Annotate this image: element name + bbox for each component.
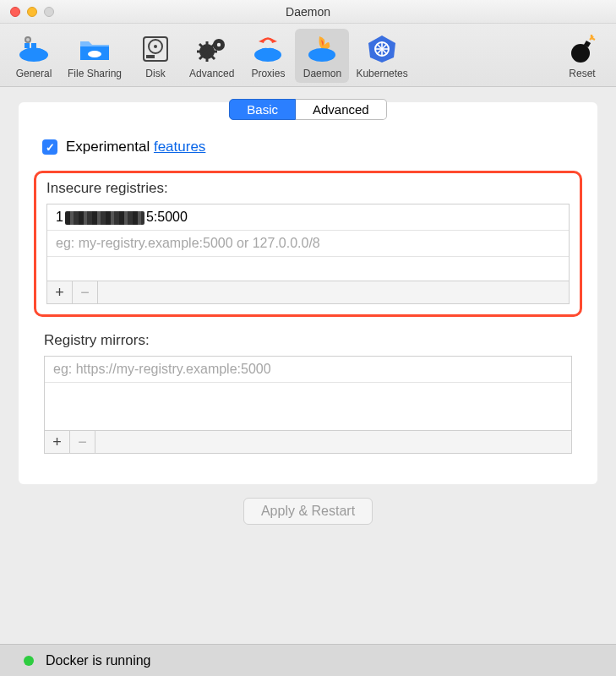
insecure-controls: + − [47, 281, 569, 303]
window-title: Daemon [0, 5, 616, 19]
bomb-icon [562, 32, 602, 66]
svg-point-8 [154, 45, 157, 48]
toolbar-item-proxies[interactable]: Proxies [241, 29, 295, 83]
features-link[interactable]: features [154, 139, 205, 155]
toolbar-label: Kubernetes [356, 68, 407, 79]
toolbar-item-general[interactable]: General [7, 29, 61, 83]
svg-rect-2 [31, 43, 36, 48]
status-bar: Docker is running [0, 644, 616, 676]
insecure-registries-section: Insecure registries: 15:5000 eg: my-regi… [34, 171, 582, 317]
registry-placeholder-row[interactable]: eg: my-registry.example:5000 or 127.0.0.… [47, 231, 569, 257]
toolbar-label: Proxies [251, 68, 285, 79]
insecure-registries-label: Insecure registries: [46, 180, 570, 197]
empty-row [45, 406, 571, 430]
remove-mirror-button[interactable]: − [70, 431, 95, 453]
disk-icon [135, 32, 176, 66]
kubernetes-icon [362, 32, 402, 66]
toolbar-label: Reset [569, 68, 595, 79]
toolbar-label: Disk [145, 68, 165, 79]
insecure-registries-list: 15:5000 eg: my-registry.example:5000 or … [46, 204, 570, 304]
registry-mirrors-label: Registry mirrors: [44, 332, 572, 349]
check-icon: ✓ [46, 141, 55, 154]
svg-point-4 [26, 38, 30, 41]
add-registry-button[interactable]: + [47, 281, 73, 303]
toolbar-label: Daemon [303, 68, 341, 79]
tab-basic[interactable]: Basic [229, 99, 296, 120]
toolbar-label: General [16, 68, 52, 79]
titlebar: Daemon [0, 0, 616, 24]
mirrors-controls: + − [45, 430, 571, 453]
toolbar-item-reset[interactable]: Reset [555, 29, 609, 83]
apply-restart-button[interactable]: Apply & Restart [243, 498, 373, 525]
gears-icon [192, 32, 232, 66]
mirror-placeholder-row[interactable]: eg: https://my-registry.example:5000 [45, 357, 571, 383]
svg-rect-9 [146, 55, 155, 58]
toolbar-label: File Sharing [68, 68, 122, 79]
folder-whale-icon [74, 32, 115, 66]
whale-arrows-icon [248, 32, 288, 66]
toolbar-item-advanced[interactable]: Advanced [183, 29, 241, 83]
redacted-ip [65, 211, 144, 225]
registry-mirrors-list: eg: https://my-registry.example:5000 + − [44, 356, 572, 454]
window-close-button[interactable] [10, 7, 20, 17]
registry-mirrors-section: Registry mirrors: eg: https://my-registr… [34, 332, 582, 454]
toolbar-item-kubernetes[interactable]: Kubernetes [349, 29, 414, 83]
toolbar-label: Advanced [189, 68, 234, 79]
status-text: Docker is running [46, 653, 151, 668]
experimental-row: ✓ Experimental features [42, 139, 582, 155]
svg-point-26 [571, 44, 590, 63]
window-maximize-button [44, 7, 54, 17]
remove-registry-button[interactable]: − [73, 281, 98, 303]
whale-gear-icon [14, 32, 54, 66]
tab-advanced[interactable]: Advanced [296, 99, 387, 120]
toolbar-item-daemon[interactable]: Daemon [295, 29, 349, 83]
svg-rect-1 [25, 43, 30, 48]
traffic-lights [10, 7, 54, 17]
svg-point-5 [88, 51, 101, 57]
toolbar-item-disk[interactable]: Disk [128, 29, 183, 83]
empty-row [47, 257, 569, 281]
experimental-checkbox[interactable]: ✓ [42, 139, 57, 155]
toolbar-item-file-sharing[interactable]: File Sharing [61, 29, 128, 83]
experimental-label: Experimental features [66, 139, 205, 155]
empty-row [45, 383, 571, 406]
segmented-tabs: Basic Advanced [34, 99, 582, 120]
status-indicator-icon [24, 656, 34, 666]
registry-entry[interactable]: 15:5000 [47, 204, 569, 231]
preferences-toolbar: General File Sharing Disk [0, 24, 616, 87]
daemon-panel: Basic Advanced ✓ Experimental features I… [19, 102, 597, 484]
add-mirror-button[interactable]: + [45, 431, 70, 453]
whale-fire-icon [302, 32, 342, 66]
svg-point-13 [217, 43, 221, 46]
window-minimize-button[interactable] [27, 7, 37, 17]
